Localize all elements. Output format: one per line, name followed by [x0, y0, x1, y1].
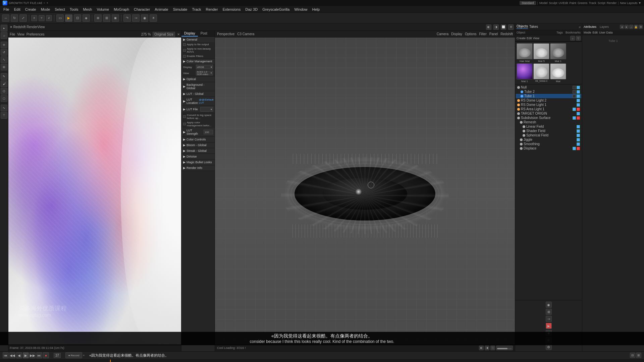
mode-sculpt[interactable]: Sculpt — [549, 1, 557, 5]
vp-menu-panel[interactable]: Panel — [489, 32, 498, 36]
section-lut-strength-header[interactable]: ▶LUT Strength — [181, 128, 215, 136]
rv-size[interactable]: Original Size — [153, 32, 175, 37]
playhead[interactable] — [110, 360, 111, 362]
mat-mat5[interactable] — [533, 43, 549, 59]
obj-x-subd[interactable] — [577, 116, 580, 120]
rp-icon-objects[interactable]: ⊞ — [546, 309, 552, 315]
attr-user-data-btn[interactable]: User Data — [599, 31, 613, 34]
tab-layers[interactable]: Layers — [600, 25, 609, 28]
toolbar-render-region[interactable]: ⊡ — [74, 14, 81, 22]
obj-displace[interactable]: Displace — [516, 146, 581, 150]
cb-apply-color[interactable] — [183, 123, 186, 125]
section-bloom-header[interactable]: ▶Bloom - Global — [181, 142, 215, 148]
attr-edit-btn[interactable]: Edit — [593, 31, 598, 34]
menu-window[interactable]: Window — [292, 7, 309, 12]
attr-lock[interactable]: 🔒 — [634, 25, 638, 29]
new-tab-btn[interactable]: + — [46, 1, 48, 5]
tool-rotate2[interactable]: ↺ — [1, 49, 7, 56]
menu-mode[interactable]: Mode — [39, 7, 52, 12]
attr-back[interactable]: ◂ — [620, 25, 624, 29]
section-render-info-header[interactable]: ▶Render Info — [181, 165, 215, 171]
obj-rs-area1[interactable]: RS Area Light 1 — [516, 107, 581, 111]
tool-joint[interactable]: ⊤ — [1, 112, 7, 119]
obj-tube2[interactable]: Tube 2 — [516, 89, 581, 94]
search-icon[interactable]: ⌕ — [579, 25, 581, 28]
tool-transform[interactable]: ⊞ — [1, 64, 7, 70]
obj-check-tube2[interactable] — [577, 90, 580, 94]
vp-btn1[interactable]: ◧ — [479, 346, 484, 350]
mode-paint[interactable]: Paint — [569, 1, 576, 5]
tab-objects[interactable]: Objects — [517, 24, 528, 29]
center-topbar-btn2[interactable]: ◨ — [493, 24, 499, 30]
obj-check-tube1[interactable] — [577, 95, 580, 98]
menu-greyscalegorilla[interactable]: GreyscaleGorilla — [260, 7, 291, 12]
vp-btn2[interactable]: ◨ — [485, 346, 489, 350]
obj-check-shader[interactable] — [577, 129, 580, 133]
section-dirtoise-header[interactable]: ▶Dirtoise — [181, 154, 215, 159]
mode-greens[interactable]: Greens — [578, 1, 588, 5]
obj-rs-dome2[interactable]: RS Dome Light 2 — [516, 98, 581, 103]
obj-create[interactable]: Create — [517, 37, 526, 40]
cb-convert-log[interactable] — [183, 115, 186, 118]
tab-post[interactable]: Post — [198, 31, 210, 37]
section-magic-bullet-header[interactable]: ▶Magic Bullet Looks — [181, 160, 215, 165]
section-general-header[interactable]: ▶General — [181, 37, 215, 42]
menu-file[interactable]: File — [1, 7, 11, 12]
rp-icon-tags[interactable]: ⊸ — [546, 316, 552, 322]
obj-check-dome2[interactable] — [577, 99, 580, 102]
mode-script[interactable]: Script — [598, 1, 605, 5]
toolbar-ipr[interactable]: ◈ — [83, 14, 90, 22]
section-lut-global-header[interactable]: ▶LUT - Global — [181, 91, 215, 97]
obj-eye-tube2[interactable] — [573, 90, 576, 94]
toolbar-tag[interactable]: ⊸ — [132, 14, 140, 22]
obj-check-target[interactable] — [577, 112, 580, 115]
obj-view[interactable]: View — [533, 37, 539, 40]
tl-play[interactable]: ▶ — [23, 352, 29, 358]
tab-display[interactable]: Display — [181, 31, 198, 37]
menu-animate[interactable]: Animate — [153, 7, 170, 12]
section-lut-file-header[interactable]: ▶LUT File ▾ — [181, 106, 215, 113]
obj-eye[interactable] — [573, 86, 576, 89]
mat-mat-last[interactable] — [550, 63, 566, 79]
tl-prev[interactable]: ◀ — [16, 352, 22, 358]
menu-track[interactable]: Track — [190, 7, 203, 12]
obj-spherical-field[interactable]: Spherical Field — [516, 133, 581, 137]
section-color-ctrl-header[interactable]: ▶Color Controls — [181, 137, 215, 142]
obj-jiggle[interactable]: Jiggle — [516, 137, 581, 142]
new-layout-btn[interactable]: New Layouts ▼ — [620, 1, 641, 5]
toolbar-xref[interactable]: ↷ — [123, 14, 131, 22]
vp-menu-display[interactable]: Display — [451, 32, 462, 36]
tool-brush[interactable]: ✎ — [1, 73, 7, 80]
toolbar-node[interactable]: ◉ — [141, 14, 148, 22]
attr-forward[interactable]: ▸ — [625, 25, 629, 29]
dropdown-display[interactable]: sRGB▾ — [196, 65, 213, 69]
mode-render[interactable]: Render — [607, 1, 617, 5]
tl-zoom-in[interactable]: ⊞ — [636, 353, 641, 358]
obj-check-linear[interactable] — [577, 125, 580, 128]
obj-eye-tube1[interactable] — [573, 95, 576, 98]
current-frame-display[interactable]: 37 — [54, 353, 61, 358]
vp-menu-filter[interactable]: Filter — [479, 32, 487, 36]
toolbar-light[interactable]: ☀ — [150, 14, 157, 22]
toolbar-rotate[interactable]: ↻ — [11, 14, 18, 22]
dropdown-view[interactable]: ACES 1.0 SDR-video▾ — [196, 71, 213, 75]
layout-standard[interactable]: Standard — [520, 1, 536, 5]
tool-translate[interactable]: ✛ — [1, 42, 7, 48]
section-streak-header[interactable]: ▶Streak - Global — [181, 148, 215, 154]
tl-record-auto[interactable]: ● Record — [65, 352, 82, 358]
obj-x-displace[interactable] — [577, 147, 580, 150]
mat-mat1b[interactable] — [517, 63, 533, 79]
obj-check-dome1[interactable] — [577, 103, 580, 107]
dropdown-lut-file[interactable]: ▾ — [200, 107, 213, 112]
cb-enable-filters[interactable] — [183, 55, 186, 58]
obj-linear-field[interactable]: Linear Field — [516, 124, 581, 129]
tool-select[interactable]: ▸ — [1, 25, 7, 32]
obj-tube1[interactable]: Tube 1 — [516, 94, 581, 98]
menu-mesh[interactable]: Mesh — [81, 7, 94, 12]
obj-check-area1[interactable] — [573, 108, 576, 111]
tl-prev-key[interactable]: ◀◀ — [9, 352, 15, 358]
tool-spline[interactable]: ∿ — [1, 105, 7, 111]
obj-shader-field[interactable]: Shader Field — [516, 129, 581, 133]
mode-uvedit[interactable]: UVEdit — [558, 1, 568, 5]
center-topbar-btn3[interactable]: ⬜ — [501, 24, 506, 30]
